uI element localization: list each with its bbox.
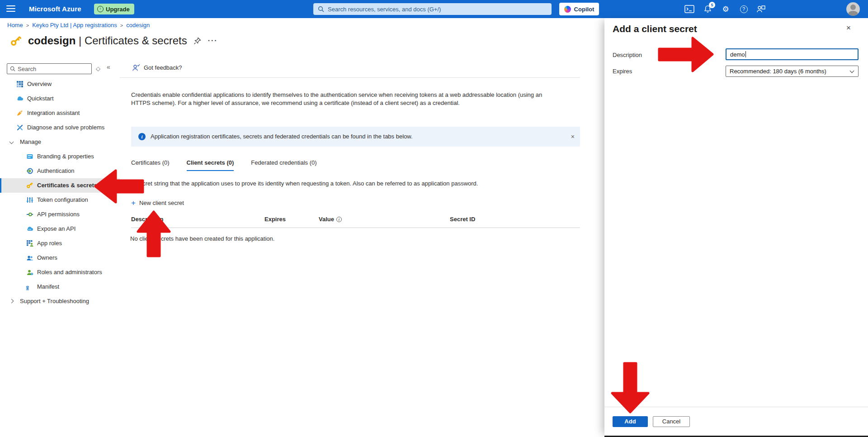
column-value[interactable]: Valuei: [319, 216, 342, 223]
global-search: [313, 3, 552, 15]
pin-icon[interactable]: [193, 37, 202, 45]
sidebar-item-owners[interactable]: Owners: [0, 251, 120, 265]
text-cursor: [745, 51, 746, 57]
add-client-secret-panel: Add a client secret × Description Expire…: [604, 18, 868, 437]
credential-tabs: Certificates (0) Client secrets (0) Fede…: [131, 159, 317, 171]
rocket-icon: [16, 109, 24, 117]
breadcrumb-codesign[interactable]: codesign: [126, 22, 150, 28]
copilot-button[interactable]: Copilot: [559, 3, 599, 15]
key-icon: [26, 182, 33, 189]
brand-title[interactable]: Microsoft Azure: [29, 0, 81, 18]
search-icon: [318, 6, 324, 12]
sidebar-search-input[interactable]: [18, 66, 89, 72]
sidebar-item-token-configuration[interactable]: Token configuration: [0, 193, 120, 207]
banner-close-icon[interactable]: ×: [571, 127, 575, 147]
breadcrumb-home[interactable]: Home: [7, 22, 23, 28]
info-icon: i: [138, 133, 146, 140]
azure-portal-page: Microsoft Azure ↑ Upgrade Copilot 5 ⚙ ? …: [0, 0, 868, 437]
add-button[interactable]: Add: [613, 416, 648, 427]
key-icon: [10, 35, 22, 47]
cloud-api-icon: [26, 225, 33, 233]
empty-table-message: No client secrets have been created for …: [130, 235, 274, 242]
authentication-icon: [26, 167, 33, 175]
sidebar-item-manifest[interactable]: () Manifest: [0, 280, 120, 294]
column-secret-id[interactable]: Secret ID: [450, 216, 475, 223]
secrets-table-header: Description Expires Valuei Secret ID: [131, 216, 580, 228]
plus-icon: +: [131, 199, 136, 207]
quickstart-icon: [16, 95, 24, 102]
chevron-down-icon: [850, 69, 854, 73]
description-label: Description: [613, 52, 642, 58]
breadcrumb: Home > Keyko Pty Ltd | App registrations…: [7, 22, 150, 28]
hamburger-menu-icon[interactable]: [6, 5, 15, 13]
feedback-person-icon: [132, 64, 140, 71]
tools-icon: [16, 124, 24, 131]
got-feedback-button[interactable]: Got feedback?: [132, 64, 182, 71]
help-icon[interactable]: ?: [738, 0, 750, 18]
breadcrumb-separator: >: [26, 23, 29, 28]
sidebar-item-roles-administrators[interactable]: Roles and administrators: [0, 265, 120, 280]
search-icon: [10, 66, 15, 71]
description-field[interactable]: [726, 49, 858, 59]
more-actions-icon[interactable]: ···: [208, 37, 218, 45]
top-bar: Microsoft Azure ↑ Upgrade Copilot 5 ⚙ ?: [0, 0, 868, 18]
feedback-icon[interactable]: [755, 0, 767, 18]
info-banner: i Application registration certificates,…: [131, 127, 580, 147]
sidebar-item-integration-assistant[interactable]: Integration assistant: [0, 106, 120, 120]
app-roles-icon: [26, 240, 33, 247]
branding-icon: [26, 153, 33, 160]
tab-federated-credentials[interactable]: Federated credentials (0): [251, 159, 316, 171]
tab-client-secrets[interactable]: Client secrets (0): [187, 159, 234, 171]
copilot-icon: [564, 6, 571, 13]
value-info-icon: i: [336, 217, 342, 222]
global-search-input[interactable]: [328, 6, 547, 13]
sidebar-filter-icon[interactable]: ◇: [96, 63, 100, 74]
api-permissions-icon: [26, 211, 33, 218]
new-client-secret-button[interactable]: + New client secret: [131, 199, 184, 207]
sidebar-item-authentication[interactable]: Authentication: [0, 164, 120, 178]
chevron-right-icon: [9, 299, 14, 304]
sidebar-item-diagnose[interactable]: Diagnose and solve problems: [0, 120, 120, 135]
sidebar-group-support[interactable]: Support + Troubleshooting: [0, 294, 120, 309]
panel-footer-divider: [604, 407, 868, 407]
sidebar-item-app-roles[interactable]: App roles: [0, 236, 120, 251]
breadcrumb-separator: >: [120, 23, 123, 28]
notifications-bell-icon[interactable]: 5: [702, 0, 713, 18]
column-expires[interactable]: Expires: [264, 216, 286, 223]
sidebar-item-expose-an-api[interactable]: Expose an API: [0, 222, 120, 236]
sidebar-item-quickstart[interactable]: Quickstart: [0, 91, 120, 106]
sliders-icon: [26, 196, 33, 204]
sidebar-search: [7, 63, 92, 74]
settings-gear-icon[interactable]: ⚙: [720, 0, 731, 18]
account-avatar[interactable]: [846, 2, 860, 16]
expires-dropdown[interactable]: Recommended: 180 days (6 months): [726, 66, 859, 77]
command-bar-divider: [120, 77, 580, 78]
manifest-icon: (): [26, 283, 33, 290]
chevron-down-icon: [9, 140, 14, 144]
expires-value: Recommended: 180 days (6 months): [730, 68, 826, 75]
sidebar-item-api-permissions[interactable]: API permissions: [0, 207, 120, 222]
expires-label: Expires: [613, 68, 632, 75]
client-secret-description: A secret string that the application use…: [131, 180, 478, 187]
notification-badge: 5: [709, 2, 715, 8]
column-description[interactable]: Description: [131, 216, 164, 223]
tab-certificates[interactable]: Certificates (0): [131, 159, 170, 171]
copilot-label: Copilot: [574, 6, 594, 13]
upgrade-arrow-icon: ↑: [97, 6, 104, 12]
sidebar-item-overview[interactable]: Overview: [0, 77, 120, 91]
cloud-shell-icon[interactable]: [684, 0, 695, 18]
description-field-wrap: [726, 48, 859, 60]
sidebar-item-certificates-secrets[interactable]: Certificates & secrets: [0, 178, 120, 193]
overview-icon: [16, 81, 24, 88]
breadcrumb-app-registrations[interactable]: Keyko Pty Ltd | App registrations: [32, 22, 117, 28]
sidebar: ◇ Overview Quickstart Integration assist…: [0, 57, 120, 437]
sidebar-group-manage[interactable]: Manage: [0, 135, 120, 149]
sidebar-item-branding[interactable]: Branding & properties: [0, 149, 120, 164]
upgrade-button[interactable]: ↑ Upgrade: [94, 4, 134, 14]
panel-title: Add a client secret: [613, 24, 697, 34]
cancel-button[interactable]: Cancel: [653, 416, 690, 427]
collapse-menu-icon[interactable]: «: [107, 63, 110, 71]
panel-close-icon[interactable]: ×: [846, 24, 851, 33]
page-title-row: codesign | Certificates & secrets ···: [10, 34, 218, 47]
roles-admin-icon: [26, 269, 33, 276]
